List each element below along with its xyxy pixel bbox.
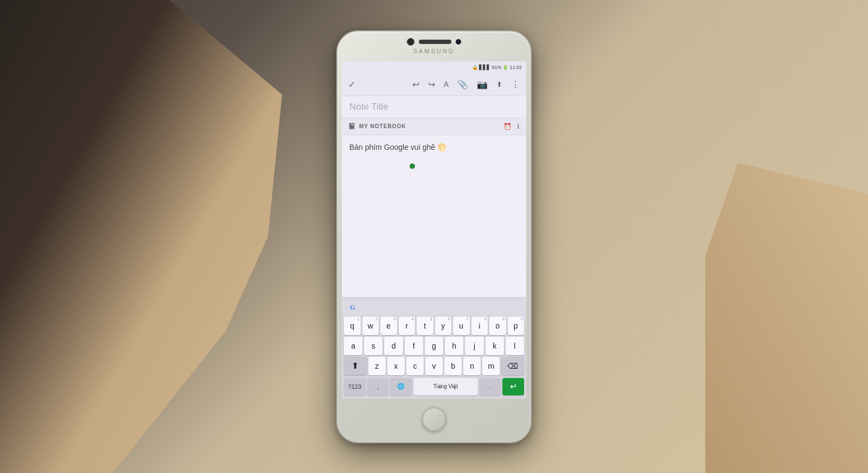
- notebook-actions: ⏰ ℹ: [503, 123, 520, 130]
- key-t[interactable]: t5: [417, 317, 433, 335]
- reminder-icon[interactable]: ⏰: [503, 123, 512, 130]
- symbols-key[interactable]: ?123: [344, 378, 366, 395]
- key-j[interactable]: j: [465, 337, 483, 355]
- camera-button[interactable]: 📷: [477, 79, 488, 90]
- google-keyboard-logo: G: [347, 302, 358, 313]
- keyboard-row-1: q1 w2 e3 r4 t5 y6 u7 i8 o9 p0: [344, 317, 524, 335]
- font-button[interactable]: A: [444, 80, 449, 89]
- keyboard-top-bar: G: [342, 299, 526, 316]
- note-title-input[interactable]: Note Title: [349, 102, 519, 112]
- check-button[interactable]: ✓: [348, 79, 355, 90]
- samsung-logo: SAMSUNG: [413, 48, 455, 54]
- hand-right: [705, 163, 868, 473]
- more-button[interactable]: ⋮: [511, 79, 520, 90]
- time-display: 11:02: [509, 65, 522, 70]
- phone-body: SAMSUNG 🔒 ▋▋▋ 91% 🔋 11:02 ✓ ↩ ↪ A: [336, 30, 532, 443]
- attach-button[interactable]: 📎: [457, 79, 468, 90]
- key-g[interactable]: g: [425, 337, 443, 355]
- space-key[interactable]: Tiếng Việt: [413, 378, 478, 395]
- key-y[interactable]: y6: [435, 317, 452, 335]
- battery-percent: 91%: [492, 65, 501, 70]
- phone-device: SAMSUNG 🔒 ▋▋▋ 91% 🔋 11:02 ✓ ↩ ↪ A: [336, 30, 532, 443]
- notebook-name: MY NOTEBOOK: [359, 123, 500, 129]
- backspace-key[interactable]: ⌫: [501, 357, 524, 375]
- key-x[interactable]: x: [387, 357, 405, 375]
- status-bar: 🔒 ▋▋▋ 91% 🔋 11:02: [342, 61, 526, 73]
- phone-screen: 🔒 ▋▋▋ 91% 🔋 11:02 ✓ ↩ ↪ A 📎 📷 ⬆ ⋮: [342, 61, 526, 399]
- phone-top-hardware: [407, 38, 461, 46]
- lock-icon: 🔒: [472, 65, 478, 70]
- signal-icon: ▋▋▋: [479, 65, 490, 70]
- key-l[interactable]: l: [506, 337, 524, 355]
- info-icon[interactable]: ℹ: [517, 123, 520, 130]
- key-v[interactable]: v: [425, 357, 443, 375]
- enter-key[interactable]: ↵: [502, 378, 524, 395]
- globe-key[interactable]: 🌐: [390, 378, 412, 395]
- key-o[interactable]: o9: [489, 317, 506, 335]
- key-w[interactable]: w2: [362, 317, 379, 335]
- keyboard-rows: q1 w2 e3 r4 t5 y6 u7 i8 o9 p0 a s: [342, 316, 526, 378]
- period-key[interactable]: .: [480, 378, 501, 395]
- app-toolbar: ✓ ↩ ↪ A 📎 📷 ⬆ ⋮: [342, 73, 526, 96]
- key-u[interactable]: u7: [453, 317, 470, 335]
- note-title-area: Note Title: [342, 96, 526, 118]
- key-h[interactable]: h: [445, 337, 463, 355]
- keyboard-row-3: ⬆ z x c v b n m ⌫: [344, 357, 524, 375]
- key-b[interactable]: b: [444, 357, 462, 375]
- note-content-area[interactable]: Bàn phím Google vui ghê 🌕: [342, 135, 526, 297]
- sensor: [456, 39, 461, 45]
- phone-bottom-bar: [337, 399, 531, 442]
- key-a[interactable]: a: [344, 337, 362, 355]
- key-z[interactable]: z: [368, 357, 386, 375]
- key-m[interactable]: m: [482, 357, 500, 375]
- key-e[interactable]: e3: [380, 317, 397, 335]
- shift-key[interactable]: ⬆: [344, 357, 367, 375]
- note-body-text: Bàn phím Google vui ghê 🌕: [349, 142, 519, 153]
- speaker-grille: [419, 40, 451, 44]
- key-r[interactable]: r4: [399, 317, 416, 335]
- battery-icon: 🔋: [502, 65, 508, 70]
- status-icons: 🔒 ▋▋▋ 91% 🔋 11:02: [472, 65, 522, 70]
- notebook-icon: 📓: [348, 123, 356, 130]
- key-p[interactable]: p0: [508, 317, 525, 335]
- front-camera: [407, 38, 414, 46]
- key-q[interactable]: q1: [344, 317, 361, 335]
- redo-button[interactable]: ↪: [428, 79, 435, 90]
- key-d[interactable]: d: [384, 337, 403, 355]
- key-f[interactable]: f: [405, 337, 423, 355]
- keyboard-bottom-row: ?123 , 🌐 Tiếng Việt . ↵: [342, 378, 526, 395]
- keyboard-row-2: a s d f g h j k l: [344, 337, 524, 355]
- undo-button[interactable]: ↩: [412, 79, 419, 90]
- notebook-bar: 📓 MY NOTEBOOK ⏰ ℹ: [342, 118, 526, 135]
- key-n[interactable]: n: [463, 357, 481, 375]
- keyboard-area: G q1 w2 e3 r4 t5 y6 u7 i8 o9 p0: [342, 297, 526, 399]
- key-c[interactable]: c: [406, 357, 424, 375]
- comma-key[interactable]: ,: [367, 378, 389, 395]
- key-s[interactable]: s: [364, 337, 382, 355]
- key-i[interactable]: i8: [471, 317, 488, 335]
- key-k[interactable]: k: [486, 337, 504, 355]
- text-cursor: [410, 163, 415, 169]
- share-button[interactable]: ⬆: [496, 80, 502, 89]
- home-button[interactable]: [422, 407, 446, 431]
